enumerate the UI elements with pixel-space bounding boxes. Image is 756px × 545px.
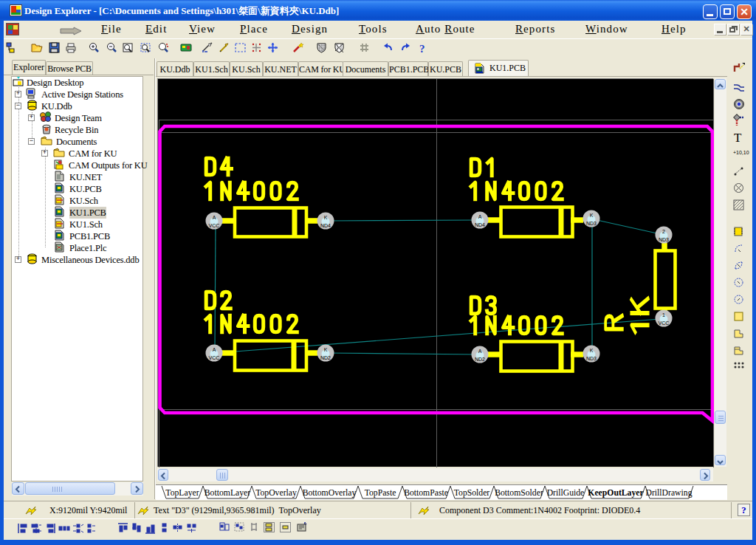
svg-text:K: K: [324, 347, 328, 352]
svg-text:A: A: [213, 215, 216, 220]
svg-text:TopSolder: TopSolder: [454, 488, 490, 498]
svg-text:A: A: [478, 349, 482, 354]
svg-text:K: K: [590, 213, 594, 218]
svg-text:+10,10: +10,10: [733, 150, 749, 155]
svg-text:ND3: ND3: [586, 221, 597, 226]
svg-text:1: 1: [662, 312, 665, 318]
svg-text:ND3: ND3: [659, 237, 669, 242]
svg-text:A: A: [213, 347, 216, 352]
svg-text:KeepOutLayer: KeepOutLayer: [588, 488, 643, 498]
svg-text:BottomPaste: BottomPaste: [404, 488, 448, 498]
svg-text:A: A: [478, 214, 482, 219]
svg-text:DrillDrawing: DrillDrawing: [646, 488, 693, 498]
svg-text:2: 2: [662, 229, 665, 234]
svg-text:ND4: ND4: [320, 223, 331, 228]
svg-text:TopLayer: TopLayer: [165, 488, 199, 498]
svg-text:K: K: [324, 215, 328, 220]
svg-text:TopPaste: TopPaste: [365, 488, 396, 498]
svg-text:BottomSolder: BottomSolder: [495, 488, 543, 498]
svg-text:ND3: ND3: [586, 356, 597, 361]
svg-text:K: K: [590, 348, 594, 353]
svg-text:VCC: VCC: [209, 223, 220, 228]
svg-text:TopOverlay: TopOverlay: [255, 488, 297, 498]
svg-text:VCC: VCC: [659, 321, 670, 326]
svg-text:T: T: [734, 131, 742, 145]
svg-text:BottomLayer: BottomLayer: [205, 488, 250, 498]
svg-text:ND2: ND2: [320, 355, 331, 360]
svg-text:ND2: ND2: [475, 357, 485, 362]
svg-text:VCC: VCC: [209, 355, 220, 360]
svg-text:BottomOverlay: BottomOverlay: [303, 488, 357, 498]
svg-text:DrillGuide: DrillGuide: [547, 488, 585, 498]
svg-text:?: ?: [419, 43, 425, 55]
svg-text:ND4: ND4: [475, 222, 485, 227]
